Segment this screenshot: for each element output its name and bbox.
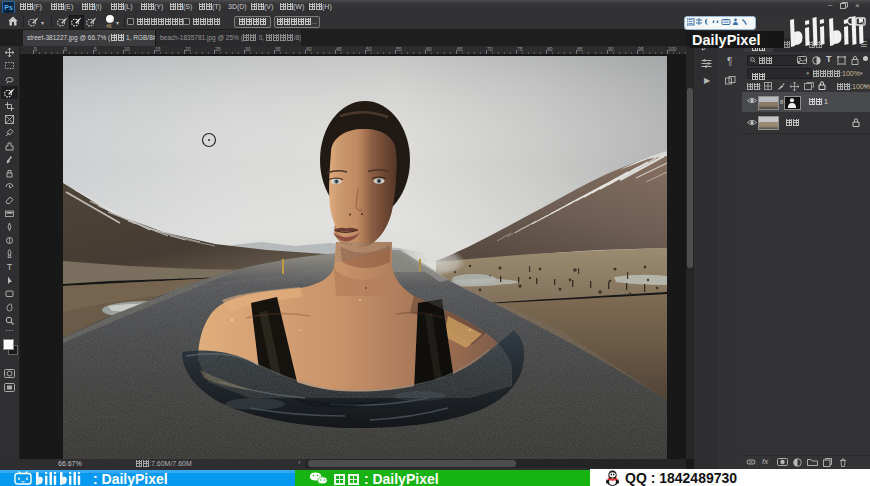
svg-text:T: T xyxy=(7,262,13,271)
